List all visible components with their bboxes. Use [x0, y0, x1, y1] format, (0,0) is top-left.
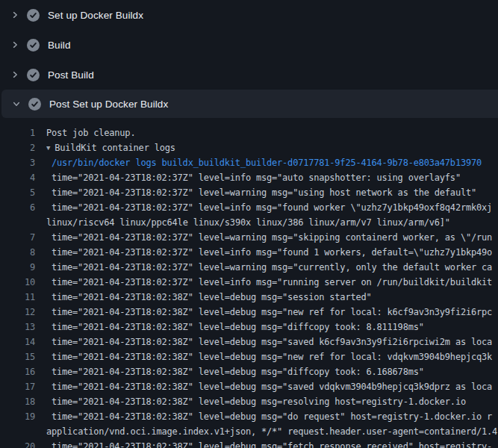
log-line-content: time="2021-04-23T18:02:37Z" level=warnin… — [52, 262, 492, 273]
log-line: linux/riscv64 linux/ppc64le linux/s390x … — [0, 215, 498, 230]
log-line-text: time="2021-04-23T18:02:38Z" level=debug … — [46, 379, 498, 394]
check-circle-icon — [27, 39, 40, 52]
step-title: Build — [48, 40, 71, 51]
log-line: 17 time="2021-04-23T18:02:38Z" level=deb… — [0, 379, 498, 394]
log-line-number[interactable] — [0, 215, 35, 230]
log-line-number[interactable]: 8 — [0, 245, 35, 260]
log-line-text: time="2021-04-23T18:02:38Z" level=debug … — [46, 290, 498, 305]
log-line: application/vnd.oci.image.index.v1+json,… — [0, 424, 498, 439]
log-line-content: time="2021-04-23T18:02:38Z" level=debug … — [52, 411, 492, 422]
log-line: 5 time="2021-04-23T18:02:37Z" level=warn… — [0, 185, 498, 200]
log-viewer: 1 Post job cleanup. 2 ▼BuildKit containe… — [0, 118, 498, 448]
log-line: 9 time="2021-04-23T18:02:37Z" level=warn… — [0, 260, 498, 275]
log-line: 2 ▼BuildKit container logs — [0, 140, 498, 155]
log-line-content: time="2021-04-23T18:02:38Z" level=debug … — [52, 396, 466, 407]
step-row-build[interactable]: Build — [0, 30, 498, 60]
log-line-number[interactable]: 5 — [0, 185, 35, 200]
log-line-text: time="2021-04-23T18:02:37Z" level=info m… — [46, 170, 498, 185]
log-line-number[interactable]: 17 — [0, 379, 35, 394]
log-line: 6 time="2021-04-23T18:02:37Z" level=info… — [0, 200, 498, 215]
log-line-content: time="2021-04-23T18:02:38Z" level=debug … — [52, 352, 492, 362]
log-line-content: time="2021-04-23T18:02:38Z" level=debug … — [52, 307, 492, 317]
step-row-post-set-up-docker-buildx[interactable]: Post Set up Docker Buildx — [1, 90, 498, 118]
log-line-text: time="2021-04-23T18:02:38Z" level=debug … — [46, 439, 498, 448]
step-row-post-build[interactable]: Post Build — [0, 60, 498, 90]
log-line-content: application/vnd.oci.image.index.v1+json,… — [46, 426, 497, 437]
log-line-content: time="2021-04-23T18:02:38Z" level=debug … — [52, 322, 424, 332]
log-line-content: time="2021-04-23T18:02:38Z" level=debug … — [52, 337, 492, 347]
group-collapse-triangle-icon[interactable]: ▼ — [46, 140, 50, 155]
log-line-number[interactable]: 11 — [0, 290, 35, 305]
log-line-content: time="2021-04-23T18:02:37Z" level=warnin… — [52, 232, 492, 243]
log-line-number[interactable]: 20 — [0, 439, 35, 448]
log-line-content: time="2021-04-23T18:02:37Z" level=info m… — [52, 202, 492, 213]
log-line-text: Post job cleanup. — [46, 125, 498, 140]
log-line-text: time="2021-04-23T18:02:37Z" level=info m… — [46, 200, 498, 215]
log-line: 10 time="2021-04-23T18:02:37Z" level=inf… — [0, 275, 498, 290]
log-line-text: time="2021-04-23T18:02:37Z" level=info m… — [46, 245, 498, 260]
log-line: 7 time="2021-04-23T18:02:37Z" level=warn… — [0, 230, 498, 245]
step-title: Post Build — [48, 69, 94, 81]
log-line-number[interactable]: 13 — [0, 320, 35, 335]
log-line-number[interactable]: 14 — [0, 335, 35, 349]
log-line-text: application/vnd.oci.image.index.v1+json,… — [46, 424, 498, 439]
step-row-set-up-docker-buildx[interactable]: Set up Docker Buildx — [0, 0, 498, 30]
log-line-content: linux/riscv64 linux/ppc64le linux/s390x … — [46, 217, 450, 228]
log-line-text: time="2021-04-23T18:02:37Z" level=warnin… — [46, 185, 498, 200]
log-line-number[interactable]: 6 — [0, 200, 35, 215]
log-line: 4 time="2021-04-23T18:02:37Z" level=info… — [0, 170, 498, 185]
log-line: 8 time="2021-04-23T18:02:37Z" level=info… — [0, 245, 498, 260]
check-circle-icon — [27, 9, 40, 22]
log-line-number[interactable]: 15 — [0, 349, 35, 364]
log-line-text: linux/riscv64 linux/ppc64le linux/s390x … — [46, 215, 498, 230]
log-line: 3 /usr/bin/docker logs buildx_buildkit_b… — [0, 155, 498, 170]
log-line-number[interactable]: 1 — [0, 125, 35, 140]
log-line-number[interactable]: 7 — [0, 230, 35, 245]
log-line-text: time="2021-04-23T18:02:38Z" level=debug … — [46, 349, 498, 364]
chevron-right-icon — [9, 69, 21, 81]
log-line: 12 time="2021-04-23T18:02:38Z" level=deb… — [0, 305, 498, 320]
log-line-number[interactable]: 10 — [0, 275, 35, 290]
chevron-right-icon — [9, 9, 21, 21]
chevron-down-icon — [10, 98, 22, 110]
steps-list: Set up Docker Buildx Build — [0, 0, 498, 118]
log-line-number[interactable]: 4 — [0, 170, 35, 185]
log-line: 16 time="2021-04-23T18:02:38Z" level=deb… — [0, 364, 498, 379]
log-line: 19 time="2021-04-23T18:02:38Z" level=deb… — [0, 409, 498, 424]
log-line: 15 time="2021-04-23T18:02:38Z" level=deb… — [0, 349, 498, 364]
log-line-text: time="2021-04-23T18:02:38Z" level=debug … — [46, 305, 498, 320]
log-line-number[interactable]: 2 — [0, 140, 35, 155]
log-line-content: time="2021-04-23T18:02:38Z" level=debug … — [52, 441, 492, 448]
check-circle-icon — [28, 98, 41, 111]
log-line-text: time="2021-04-23T18:02:37Z" level=warnin… — [46, 260, 498, 275]
log-line: 13 time="2021-04-23T18:02:38Z" level=deb… — [0, 320, 498, 335]
log-line-text: /usr/bin/docker logs buildx_buildkit_bui… — [46, 155, 498, 170]
log-line-text: time="2021-04-23T18:02:38Z" level=debug … — [46, 409, 498, 424]
log-line: 20 time="2021-04-23T18:02:38Z" level=deb… — [0, 439, 498, 448]
log-line-text: time="2021-04-23T18:02:38Z" level=debug … — [46, 364, 498, 379]
log-line-number[interactable] — [0, 424, 35, 439]
log-line-text: time="2021-04-23T18:02:38Z" level=debug … — [46, 335, 498, 349]
log-line: 11 time="2021-04-23T18:02:38Z" level=deb… — [0, 290, 498, 305]
log-line-text: time="2021-04-23T18:02:37Z" level=info m… — [46, 275, 498, 290]
log-line: 14 time="2021-04-23T18:02:38Z" level=deb… — [0, 335, 498, 349]
check-circle-icon — [27, 69, 40, 81]
log-line-content: time="2021-04-23T18:02:38Z" level=debug … — [52, 382, 492, 392]
log-line: 1 Post job cleanup. — [0, 125, 498, 140]
log-line-number[interactable]: 3 — [0, 155, 35, 170]
step-title: Post Set up Docker Buildx — [49, 99, 168, 110]
log-line-content: Post job cleanup. — [46, 128, 135, 138]
log-line-content: /usr/bin/docker logs buildx_buildkit_bui… — [52, 158, 482, 168]
log-line-content: time="2021-04-23T18:02:37Z" level=info m… — [52, 277, 492, 287]
log-line-content: time="2021-04-23T18:02:38Z" level=debug … — [52, 367, 424, 377]
log-line-number[interactable]: 16 — [0, 364, 35, 379]
log-line: 18 time="2021-04-23T18:02:38Z" level=deb… — [0, 394, 498, 409]
log-line-content: time="2021-04-23T18:02:38Z" level=debug … — [52, 292, 372, 302]
log-line-number[interactable]: 18 — [0, 394, 35, 409]
log-line-text: time="2021-04-23T18:02:37Z" level=warnin… — [46, 230, 498, 245]
log-line-number[interactable]: 19 — [0, 409, 35, 424]
log-line-content: time="2021-04-23T18:02:37Z" level=info m… — [52, 172, 461, 183]
log-line-number[interactable]: 9 — [0, 260, 35, 275]
log-line-number[interactable]: 12 — [0, 305, 35, 320]
log-line-content: time="2021-04-23T18:02:37Z" level=info m… — [52, 247, 492, 258]
